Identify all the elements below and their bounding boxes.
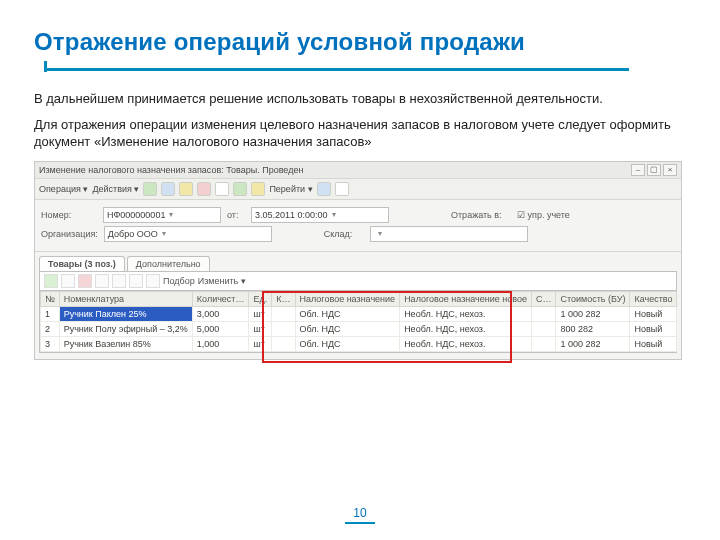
toolbar-icon[interactable] [161, 182, 175, 196]
input-number[interactable]: НФ000000001 [103, 207, 221, 223]
toolbar-icon[interactable] [335, 182, 349, 196]
cell-k [272, 336, 295, 351]
col-schet[interactable]: С… [531, 291, 556, 306]
main-toolbar: Операция ▾ Действия ▾ Перейти ▾ [35, 179, 681, 200]
table-row[interactable]: 1 Ручник Паклен 25% 3,000 шт Обл. НДС Не… [41, 306, 677, 321]
cell-purpose-new: Необл. НДС, нехоз. [400, 336, 532, 351]
window-title: Изменение налогового назначения запасов:… [39, 165, 303, 175]
cell-quality: Новый [630, 321, 677, 336]
cell-schet [531, 321, 556, 336]
app-window: Изменение налогового назначения запасов:… [34, 161, 682, 360]
cell-nomen: Ручник Паклен 25% [59, 306, 192, 321]
col-k[interactable]: К… [272, 291, 295, 306]
checkbox-upr[interactable]: ☑ упр. учете [517, 210, 570, 220]
cell-schet [531, 336, 556, 351]
paragraph-1: В дальнейшем принимается решение использ… [34, 90, 686, 108]
table-row[interactable]: 3 Ручник Вазелин 85% 1,000 шт Обл. НДС Н… [41, 336, 677, 351]
cell-cost: 800 282 [556, 321, 630, 336]
btn-change[interactable]: Изменить ▾ [198, 276, 246, 286]
col-num[interactable]: № [41, 291, 60, 306]
col-unit[interactable]: Ед. [249, 291, 272, 306]
tab-goods[interactable]: Товары (3 поз.) [39, 256, 125, 271]
cell-k [272, 321, 295, 336]
cell-qty: 5,000 [192, 321, 249, 336]
tab-bar: Товары (3 поз.) Дополнительно [35, 252, 681, 271]
btn-podbor[interactable]: Подбор [163, 276, 195, 286]
cell-k [272, 306, 295, 321]
input-date[interactable]: 3.05.2011 0:00:00 [251, 207, 389, 223]
cell-purpose-new: Необл. НДС, нехоз. [400, 321, 532, 336]
page-number: 10 [0, 506, 720, 524]
toolbar-icon[interactable] [179, 182, 193, 196]
col-nomen[interactable]: Номенклатура [59, 291, 192, 306]
cell-schet [531, 306, 556, 321]
menu-operation[interactable]: Операция ▾ [39, 184, 88, 194]
cell-num: 3 [41, 336, 60, 351]
cell-num: 1 [41, 306, 60, 321]
cell-qty: 3,000 [192, 306, 249, 321]
cell-cost: 1 000 282 [556, 336, 630, 351]
move-up-icon[interactable] [95, 274, 109, 288]
maximize-icon[interactable]: ▢ [647, 164, 661, 176]
grid-toolbar: Подбор Изменить ▾ [39, 271, 677, 290]
page-title: Отражение операций условной продажи [34, 28, 686, 56]
paragraph-2: Для отражения операции изменения целевог… [34, 116, 686, 151]
cell-purpose-new: Необл. НДС, нехоз. [400, 306, 532, 321]
toolbar-icon[interactable] [251, 182, 265, 196]
cell-quality: Новый [630, 336, 677, 351]
cell-unit: шт [249, 321, 272, 336]
cell-nomen: Ручник Полу эфирный – 3,2% [59, 321, 192, 336]
tab-additional[interactable]: Дополнительно [127, 256, 210, 271]
menu-goto[interactable]: Перейти ▾ [269, 184, 312, 194]
cell-purpose: Обл. НДС [295, 306, 400, 321]
cell-purpose: Обл. НДС [295, 321, 400, 336]
close-icon[interactable]: × [663, 164, 677, 176]
label-otrazhat: Отражать в: [451, 210, 511, 220]
menu-actions[interactable]: Действия ▾ [92, 184, 139, 194]
col-purpose[interactable]: Налоговое назначение [295, 291, 400, 306]
form-area: Номер: НФ000000001 от: 3.05.2011 0:00:00… [35, 200, 681, 252]
cell-nomen: Ручник Вазелин 85% [59, 336, 192, 351]
add-row-icon[interactable] [44, 274, 58, 288]
toolbar-icon[interactable] [197, 182, 211, 196]
toolbar-icon[interactable] [233, 182, 247, 196]
cell-purpose: Обл. НДС [295, 336, 400, 351]
toolbar-icon[interactable] [215, 182, 229, 196]
sort-asc-icon[interactable] [129, 274, 143, 288]
move-down-icon[interactable] [112, 274, 126, 288]
cell-qty: 1,000 [192, 336, 249, 351]
sort-desc-icon[interactable] [146, 274, 160, 288]
page-number-value: 10 [345, 506, 374, 524]
label-sklad: Склад: [324, 229, 364, 239]
cell-unit: шт [249, 306, 272, 321]
col-purpose-new[interactable]: Налоговое назначение новое [400, 291, 532, 306]
title-rule [34, 62, 686, 76]
delete-row-icon[interactable] [78, 274, 92, 288]
toolbar-icon[interactable] [143, 182, 157, 196]
checkbox-upr-label: упр. учете [528, 210, 570, 220]
edit-row-icon[interactable] [61, 274, 75, 288]
col-quality[interactable]: Качество [630, 291, 677, 306]
cell-cost: 1 000 282 [556, 306, 630, 321]
label-org: Организация: [41, 229, 98, 239]
input-sklad[interactable] [370, 226, 528, 242]
label-number: Номер: [41, 210, 97, 220]
cell-num: 2 [41, 321, 60, 336]
input-org[interactable]: Добро ООО [104, 226, 272, 242]
minimize-icon[interactable]: – [631, 164, 645, 176]
toolbar-icon[interactable] [317, 182, 331, 196]
label-date: от: [227, 210, 245, 220]
cell-unit: шт [249, 336, 272, 351]
titlebar: Изменение налогового назначения запасов:… [35, 162, 681, 179]
col-cost[interactable]: Стоимость (БУ) [556, 291, 630, 306]
table-row[interactable]: 2 Ручник Полу эфирный – 3,2% 5,000 шт Об… [41, 321, 677, 336]
grid: № Номенклатура Количест… Ед. К… Налогово… [39, 290, 677, 353]
cell-quality: Новый [630, 306, 677, 321]
col-qty[interactable]: Количест… [192, 291, 249, 306]
